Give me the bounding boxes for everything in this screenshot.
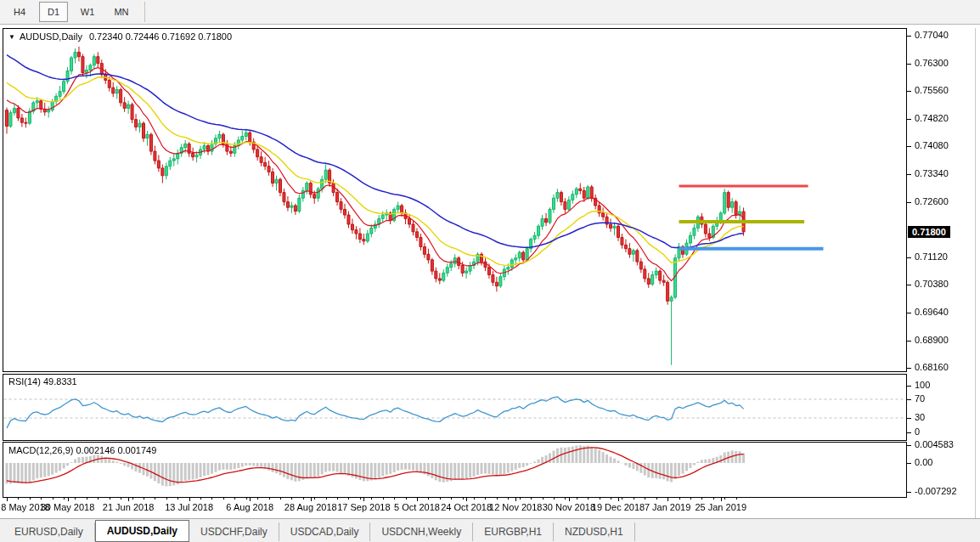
price-tick-label: 0.69640 [915, 307, 949, 317]
macd-tick-label: 0.00 [915, 457, 932, 467]
tab-audusd-daily[interactable]: AUDUSD,Daily [95, 520, 189, 542]
tab-nzdusd-h1[interactable]: NZDUSD,H1 [554, 522, 635, 541]
trading-app-window: H4 D1 W1 MN ▼AUDUSD,Daily0.72340 0.72446… [0, 0, 980, 542]
ohlc-values: 0.72340 0.72446 0.71692 0.71800 [89, 31, 232, 42]
tab-usdcad-daily[interactable]: USDCAD,Daily [279, 522, 371, 541]
macd-label-row: MACD(12,26,9) 0.002146 0.001749 [8, 445, 156, 455]
price-tick-label: 0.71120 [915, 251, 948, 262]
rsi-label-row: RSI(14) 49.8331 [8, 376, 77, 387]
chart-canvas[interactable] [0, 0, 980, 542]
timeframe-button-h4[interactable]: H4 [5, 2, 34, 22]
price-tick-label: 0.74820 [915, 113, 949, 123]
price-tick-label: 0.77040 [915, 30, 949, 40]
rsi-tick-label: 70 [915, 393, 925, 404]
price-tick-label: 0.68160 [915, 362, 949, 372]
date-tick-label: 19 Dec 2018 [592, 502, 645, 512]
date-tick-label: 30 May 2018 [41, 502, 95, 512]
date-tick-label: 6 Aug 2018 [226, 502, 273, 512]
toolbar-separator [144, 2, 145, 22]
date-tick-label: 28 Aug 2018 [284, 502, 337, 512]
timeframe-button-w1[interactable]: W1 [73, 2, 102, 22]
date-tick-label: 21 Jun 2018 [103, 502, 155, 512]
rsi-indicator-label: RSI(14) [8, 376, 41, 387]
macd-indicator-label: MACD(12,26,9) [8, 445, 73, 455]
timeframe-button-mn[interactable]: MN [107, 2, 136, 22]
symbol-dropdown-icon[interactable]: ▼ [8, 33, 15, 41]
rsi-tick-label: 100 [915, 380, 930, 390]
timeframe-button-d1[interactable]: D1 [39, 2, 68, 22]
rsi-value: 49.8331 [43, 376, 77, 387]
current-price-tag: 0.71800 [908, 226, 950, 238]
symbol-name: AUDUSD,Daily [20, 31, 82, 42]
tab-eurusd-daily[interactable]: EURUSD,Daily [3, 522, 95, 541]
rsi-tick-label: 0 [915, 426, 920, 437]
price-tick-label: 0.70380 [915, 279, 949, 289]
rsi-tick-label: 30 [915, 412, 925, 422]
tab-usdchf-daily[interactable]: USDCHF,Daily [189, 522, 279, 541]
chart-title: ▼AUDUSD,Daily0.72340 0.72446 0.71692 0.7… [8, 31, 232, 42]
tab-usdcnh-weekly[interactable]: USDCNH,Weekly [370, 522, 473, 541]
price-tick-label: 0.74080 [915, 140, 949, 150]
price-tick-label: 0.75560 [915, 85, 949, 95]
date-tick-label: 5 Oct 2018 [394, 502, 440, 512]
symbol-tab-bar: EURUSD,Daily AUDUSD,Daily USDCHF,Daily U… [0, 518, 980, 542]
price-tick-label: 0.76300 [915, 58, 949, 68]
price-tick-label: 0.68900 [915, 335, 949, 345]
macd-values: 0.002146 0.001749 [76, 445, 156, 455]
price-tick-label: 0.73340 [915, 168, 949, 178]
tab-eurgbp-h1[interactable]: EURGBP,H1 [473, 522, 554, 541]
macd-tick-label: 0.004583 [915, 439, 954, 449]
macd-tick-label: -0.007292 [915, 486, 957, 496]
date-tick-label: 7 Jan 2019 [645, 502, 690, 512]
date-tick-label: 25 Jan 2019 [695, 502, 746, 512]
date-tick-label: 17 Sep 2018 [337, 502, 390, 512]
date-tick-label: 13 Jul 2018 [165, 502, 213, 512]
timeframe-toolbar: H4 D1 W1 MN [0, 0, 980, 25]
price-tick-label: 0.72600 [915, 196, 949, 206]
date-tick-label: 24 Oct 2018 [441, 502, 492, 512]
date-tick-label: 30 Nov 2018 [543, 502, 595, 512]
date-tick-label: 12 Nov 2018 [489, 502, 542, 512]
